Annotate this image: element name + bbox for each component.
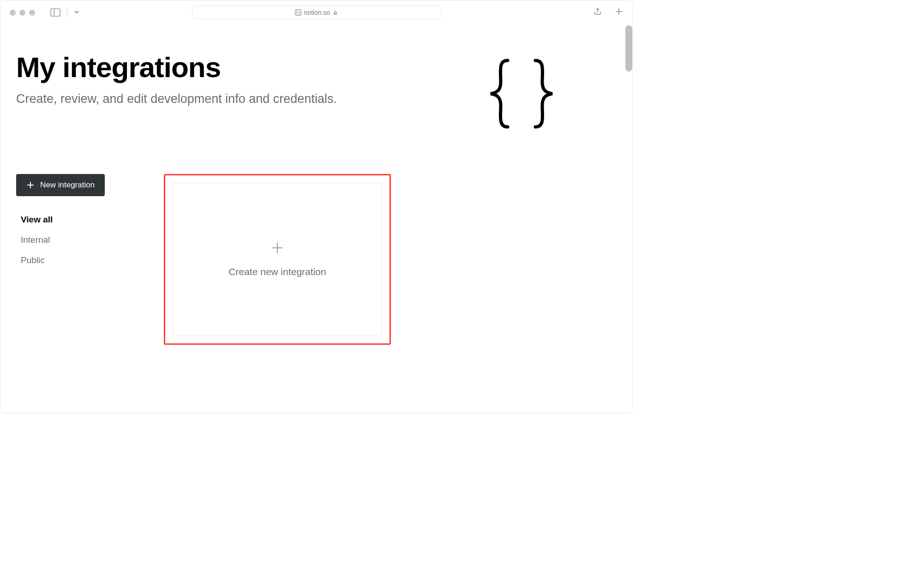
page-body: New integration View all Internal Public [16,174,616,345]
sidebar: New integration View all Internal Public [16,174,132,345]
scrollbar[interactable] [625,25,632,72]
svg-rect-0 [51,9,60,16]
page-subtitle: Create, review, and edit development inf… [16,90,337,108]
new-integration-button[interactable]: New integration [16,174,105,196]
page-title: My integrations [16,52,337,82]
plus-icon [271,241,284,256]
main-area: Create new integration [164,174,616,345]
address-text: notion.so [304,9,330,16]
browser-toolbar: notion.so [0,0,632,24]
share-button[interactable] [593,7,602,18]
create-integration-card[interactable]: Create new integration [173,183,382,336]
new-integration-label: New integration [40,180,95,190]
create-integration-label: Create new integration [228,266,326,277]
svg-rect-3 [334,12,337,14]
window-maximize-button[interactable] [29,10,35,16]
sidebar-toggle-button[interactable] [50,8,60,17]
braces-illustration-icon [487,57,556,132]
toolbar-divider [67,8,67,17]
filter-internal[interactable]: Internal [16,235,132,245]
lock-icon [333,10,338,15]
history-dropdown-button[interactable] [74,8,79,17]
window-controls [10,10,35,16]
filter-list: View all Internal Public [16,215,132,265]
new-tab-button[interactable] [615,7,623,18]
filter-view-all[interactable]: View all [16,215,132,225]
window-minimize-button[interactable] [19,10,25,16]
address-bar[interactable]: notion.so [192,6,441,19]
window-close-button[interactable] [10,10,16,16]
notion-favicon-icon [295,9,301,16]
page-header: My integrations Create, review, and edit… [16,52,616,132]
filter-public[interactable]: Public [16,255,132,265]
browser-right-actions [593,7,623,18]
annotation-highlight: Create new integration [164,174,391,345]
page-content: My integrations Create, review, and edit… [0,24,632,345]
